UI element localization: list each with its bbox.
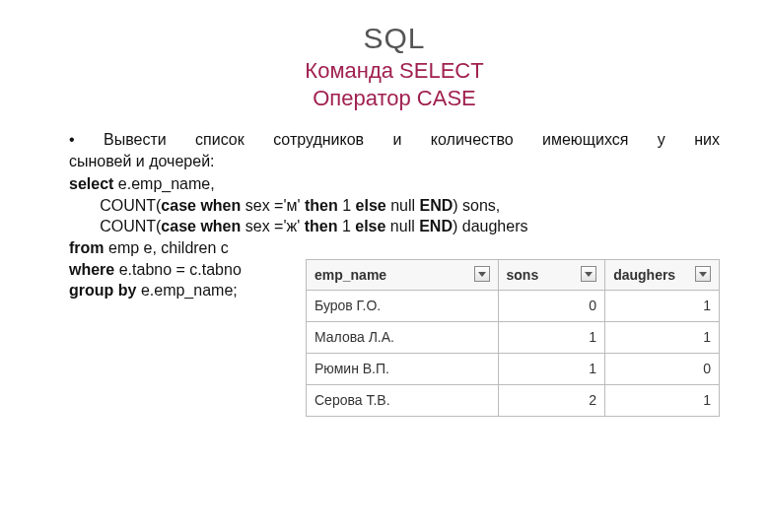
content: Вывести список сотрудников и количество … (69, 129, 720, 301)
result-table: emp_name sons daughers Буров Г.О. 0 1 Ма… (306, 259, 720, 417)
then2-mid: 1 (337, 218, 355, 234)
from-expr: emp e, children c (105, 239, 229, 256)
cell-sons: 2 (498, 385, 605, 417)
table-row: Рюмин В.П. 1 0 (307, 354, 720, 385)
title-main: SQL (69, 22, 720, 55)
where-expr: e.tabno = c.tabno (114, 261, 242, 278)
table-header-row: emp_name sons daughers (307, 259, 720, 291)
kw-end2: END (419, 218, 453, 234)
cell-name: Рюмин В.П. (307, 354, 499, 385)
else2-mid: null (385, 218, 419, 234)
tail-lines: where e.tabno = c.tabnogroup by e.emp_na… (69, 259, 242, 301)
cell-name: Малова Л.А. (307, 322, 499, 354)
kw-else2: else (355, 218, 385, 234)
case1-mid: sex ='м' (241, 197, 305, 214)
kw-group: group by (69, 282, 136, 299)
table-row: Серова Т.В. 2 1 (307, 385, 720, 417)
kw-else1: else (356, 197, 386, 214)
kw-select: select (69, 175, 113, 192)
sql-code: select e.emp_name, COUNT(case when sex =… (69, 173, 720, 258)
count2-a: COUNT( (69, 218, 161, 234)
header-daughers: daughers (605, 259, 720, 291)
dropdown-icon[interactable] (474, 266, 490, 282)
cell-daughers: 1 (605, 385, 720, 417)
then1-mid: 1 (338, 197, 356, 214)
kw-case2: case when (161, 218, 241, 234)
slide: SQL Команда SELECT Оператор CASE Вывести… (0, 0, 769, 321)
dropdown-icon[interactable] (581, 266, 596, 282)
header-sons: sons (498, 259, 605, 291)
bullet-line-1: Вывести список сотрудников и количество … (69, 129, 720, 151)
select-expr: e.emp_name, (113, 175, 214, 192)
dropdown-icon[interactable] (695, 266, 711, 282)
group-expr: e.emp_name; (136, 282, 237, 299)
cell-daughers: 1 (605, 291, 720, 322)
cell-daughers: 0 (605, 354, 720, 385)
header-sons-label: sons (507, 267, 539, 283)
kw-where: where (69, 261, 114, 278)
cell-sons: 0 (498, 291, 605, 322)
title-sub-1: Команда SELECT (69, 57, 720, 85)
end2-tail: ) daughers (453, 218, 528, 234)
kw-then2: then (305, 218, 338, 234)
else1-mid: null (386, 197, 420, 214)
result-table-wrap: emp_name sons daughers Буров Г.О. 0 1 Ма… (306, 259, 720, 417)
count1-a: COUNT( (69, 197, 161, 214)
cell-sons: 1 (498, 354, 605, 385)
table-row: Буров Г.О. 0 1 (307, 291, 720, 322)
cell-sons: 1 (498, 322, 605, 354)
kw-end1: END (419, 197, 453, 214)
cell-name: Буров Г.О. (307, 291, 499, 322)
cell-name: Серова Т.В. (307, 385, 499, 417)
bottom-area: where e.tabno = c.tabnogroup by e.emp_na… (69, 259, 720, 301)
kw-then1: then (305, 197, 338, 214)
title-sub-2: Оператор CASE (69, 85, 720, 112)
table-row: Малова Л.А. 1 1 (307, 322, 720, 354)
case2-mid: sex ='ж' (241, 218, 304, 234)
kw-case1: case when (161, 197, 241, 214)
header-emp-name: emp_name (307, 259, 499, 291)
cell-daughers: 1 (605, 322, 720, 354)
bullet-line-2: сыновей и дочерей: (69, 151, 720, 172)
title-block: SQL Команда SELECT Оператор CASE (69, 22, 720, 111)
kw-from: from (69, 239, 105, 256)
end1-tail: ) sons, (453, 197, 500, 214)
header-emp-name-label: emp_name (315, 267, 386, 283)
header-daughers-label: daughers (613, 267, 675, 283)
